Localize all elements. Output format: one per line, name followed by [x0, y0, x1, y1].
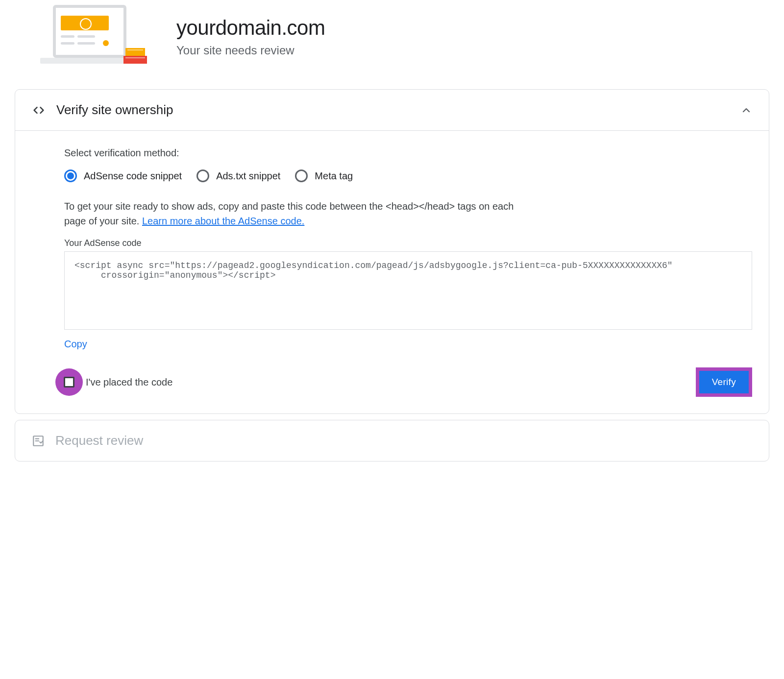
verify-ownership-card-title: Verify site ownership — [56, 102, 730, 118]
placed-code-label: I've placed the code — [86, 377, 172, 388]
copy-button[interactable]: Copy — [64, 339, 87, 350]
radio-label: Meta tag — [315, 170, 353, 182]
request-review-card[interactable]: Request review — [15, 420, 769, 461]
placed-code-checkbox[interactable] — [64, 377, 74, 388]
checklist-icon — [32, 435, 45, 447]
code-brackets-icon — [32, 103, 46, 117]
verify-ownership-card-header[interactable]: Verify site ownership — [15, 90, 769, 130]
highlight-circle — [55, 368, 83, 396]
verify-ownership-card: Verify site ownership Select verificatio… — [15, 89, 769, 414]
site-status-subtitle: Your site needs review — [176, 44, 325, 57]
highlight-box: Verify — [696, 367, 752, 397]
page-header: yourdomain.com Your site needs review — [15, 0, 769, 83]
radio-adsense-snippet[interactable]: AdSense code snippet — [64, 170, 182, 182]
adsense-code-label: Your AdSense code — [64, 238, 752, 248]
site-review-illustration — [29, 5, 147, 69]
verification-method-label: Select verification method: — [64, 147, 752, 159]
verify-ownership-card-body: Select verification method: AdSense code… — [15, 130, 769, 413]
adsense-code-box[interactable]: <script async src="https://pagead2.googl… — [64, 251, 752, 330]
request-review-card-title: Request review — [55, 433, 752, 448]
radio-meta-tag[interactable]: Meta tag — [295, 170, 353, 182]
radio-label: AdSense code snippet — [84, 170, 182, 182]
verification-instructions: To get your site ready to show ads, copy… — [64, 199, 535, 228]
site-domain-title: yourdomain.com — [176, 16, 325, 40]
verify-button[interactable]: Verify — [699, 371, 749, 393]
radio-adstxt-snippet[interactable]: Ads.txt snippet — [196, 170, 280, 182]
radio-label: Ads.txt snippet — [216, 170, 280, 182]
chevron-up-icon[interactable] — [740, 104, 752, 116]
learn-more-link[interactable]: Learn more about the AdSense code. — [142, 216, 304, 226]
verification-method-radio-group: AdSense code snippet Ads.txt snippet Met… — [64, 170, 752, 182]
